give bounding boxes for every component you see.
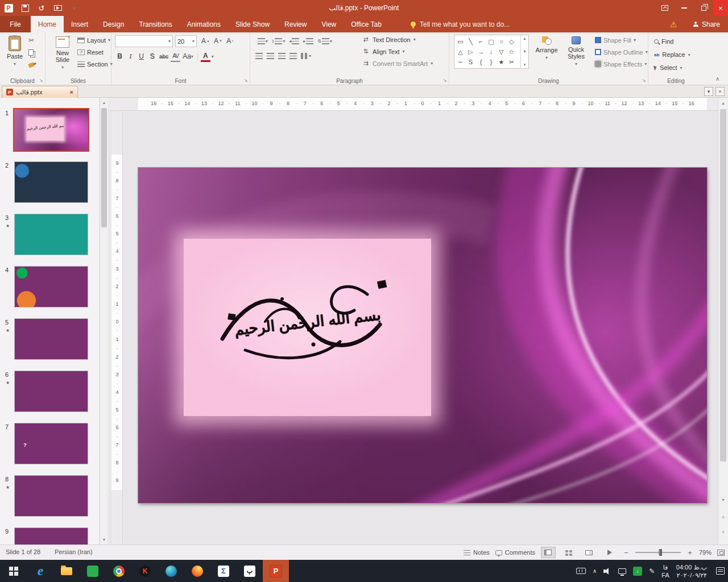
grow-font-button[interactable]: A▲ [200, 35, 211, 47]
shape-icon[interactable]: ✂ [508, 59, 515, 66]
tab-design[interactable]: Design [96, 16, 131, 32]
copy-button[interactable] [28, 48, 40, 57]
font-color-dropdown-icon[interactable]: ▾ [212, 54, 214, 59]
scroll-thumb[interactable] [720, 109, 726, 462]
taskbar-app-chrome[interactable] [106, 560, 132, 582]
underline-button[interactable]: U [136, 51, 146, 62]
animation-star-icon[interactable]: ★ [6, 485, 10, 490]
tab-list-dropdown-button[interactable]: ▾ [704, 87, 713, 96]
shape-icon[interactable]: △ [457, 48, 464, 56]
shape-effects-button[interactable]: Shape Effects▾ [595, 60, 648, 68]
shape-outline-button[interactable]: Shape Outline▾ [595, 48, 648, 56]
slide-sorter-view-button[interactable] [561, 547, 576, 558]
numbering-button[interactable]: 1▾ [271, 36, 286, 46]
animation-star-icon[interactable]: ★ [6, 380, 10, 385]
slide-thumbnail-3[interactable] [14, 214, 88, 255]
language-indicator[interactable]: Persian (Iran) [55, 548, 93, 555]
slide-thumbnail-1[interactable]: بسم الله الرحمن الرحيم [14, 109, 88, 151]
arrange-button[interactable]: Arrange ▾ [533, 35, 560, 76]
shape-icon[interactable]: ▢ [487, 38, 495, 45]
slides-panel-scrollbar[interactable]: ▲ ▼ [100, 98, 108, 544]
tab-file[interactable]: File [0, 16, 31, 32]
slide-editor[interactable]: بسم الله الرحمن الرحيم [138, 168, 707, 503]
text-shadow-button[interactable]: S [147, 51, 157, 62]
bullets-button[interactable]: ·▾ [255, 36, 268, 46]
shape-icon[interactable]: ↓ [487, 48, 495, 55]
downloader-icon[interactable]: ↓ [633, 567, 642, 576]
volume-icon[interactable] [603, 568, 611, 575]
taskbar-app-powerpoint[interactable]: P [263, 560, 289, 582]
shapes-more-icon[interactable]: ▾ [524, 63, 526, 67]
slide-thumbnail-5[interactable] [14, 318, 88, 360]
shapes-scroll-up-icon[interactable]: ▲ [523, 36, 527, 40]
collapse-ribbon-icon[interactable]: ∧ [715, 76, 719, 82]
font-size-select[interactable]: 20▾ [175, 35, 197, 47]
notes-button[interactable]: Notes [464, 549, 490, 556]
ribbon-display-options-button[interactable] [655, 0, 675, 16]
document-tab-close-icon[interactable]: × [70, 89, 73, 95]
new-slide-dropdown-icon[interactable]: ▾ [61, 65, 64, 70]
bold-button[interactable]: B [115, 51, 125, 62]
replace-button[interactable]: abReplace▾ [654, 50, 690, 59]
minimize-button[interactable] [675, 0, 694, 16]
find-button[interactable]: Find [654, 37, 673, 46]
justify-button[interactable] [289, 51, 297, 61]
warning-icon[interactable]: ⚠ [670, 16, 677, 32]
shape-icon[interactable]: ★ [498, 59, 505, 66]
align-left-button[interactable] [255, 51, 263, 61]
taskbar-app-globe-app[interactable] [158, 560, 184, 582]
character-spacing-button[interactable]: AV [171, 51, 180, 62]
font-color-button[interactable]: A [201, 51, 210, 62]
slide-thumbnail-6[interactable] [14, 371, 88, 412]
shape-icon[interactable]: ▽ [498, 48, 505, 56]
shape-icon[interactable]: } [487, 59, 495, 65]
align-text-button[interactable]: ⇅Align Text▾ [362, 47, 433, 56]
shape-icon[interactable]: S [467, 59, 474, 65]
main-scrollbar[interactable]: ▲ ▼ ∧ ∨ [718, 98, 728, 544]
clock[interactable]: 04:00 ب.ظ ۲۰۲۰/۰۹/۲۴ [676, 563, 707, 579]
shape-icon[interactable]: ◇ [508, 38, 515, 45]
scroll-up-icon[interactable]: ▲ [718, 99, 728, 108]
slide-thumbnail-2[interactable] [14, 161, 88, 203]
shrink-font-button[interactable]: A▼ [213, 35, 224, 47]
format-painter-button[interactable] [28, 61, 40, 69]
taskbar-app-file-explorer[interactable] [53, 560, 80, 582]
zoom-out-button[interactable]: − [623, 548, 630, 557]
layout-button[interactable]: Layout▾ [77, 36, 113, 44]
taskbar-app-edge[interactable]: e [27, 560, 53, 582]
align-center-button[interactable] [266, 51, 275, 61]
shape-icon[interactable]: ▭ [457, 38, 464, 45]
tab-insert[interactable]: Insert [64, 16, 96, 32]
close-button[interactable]: × [713, 0, 728, 16]
paste-dropdown-icon[interactable]: ▾ [14, 61, 16, 66]
taskbar-app-persian-app[interactable]: پ [237, 560, 263, 582]
shapes-gallery[interactable]: ▲ ▼ ▾ ▭╲⌐▢○◇△▷→↓▽☆∼S{}★✂ [454, 35, 529, 69]
animation-star-icon[interactable]: ★ [6, 328, 10, 333]
shape-icon[interactable]: ╲ [467, 38, 474, 45]
strikethrough-button[interactable]: abc [158, 51, 169, 62]
bismillah-panel[interactable]: بسم الله الرحمن الرحيم [184, 239, 431, 416]
tab-review[interactable]: Review [277, 16, 314, 32]
new-slide-button[interactable]: New Slide ▾ [49, 35, 76, 76]
section-button[interactable]: Section▾ [77, 60, 113, 68]
shape-icon[interactable]: → [477, 48, 485, 55]
shapes-gallery-scrollbar[interactable]: ▲ ▼ ▾ [520, 35, 528, 68]
chevron-up-icon[interactable]: ∧ [593, 568, 597, 574]
slideshow-view-button[interactable] [602, 547, 617, 558]
action-center-icon[interactable] [716, 567, 725, 575]
shape-icon[interactable]: ○ [498, 38, 505, 45]
taskbar-app-sigma-app[interactable]: Σ [210, 560, 237, 582]
next-slide-button[interactable]: ∨ [718, 527, 728, 537]
text-direction-button[interactable]: ⇄Text Direction▾ [362, 35, 433, 44]
reading-view-button[interactable] [582, 547, 597, 558]
columns-button[interactable]: ▾ [300, 51, 312, 61]
pen-icon[interactable]: ✎ [649, 567, 655, 575]
tell-me-box[interactable]: Tell me what you want to do... [411, 16, 510, 32]
panel-scroll-up-icon[interactable]: ▲ [100, 98, 108, 107]
slide-thumbnail-8[interactable] [14, 475, 88, 517]
normal-view-button[interactable] [541, 547, 556, 558]
drawing-dialog-launcher[interactable]: ↘ [641, 78, 647, 84]
change-case-button[interactable]: Aa▾ [181, 51, 195, 62]
tab-office-tab[interactable]: Office Tab [344, 16, 389, 32]
cut-button[interactable]: ✂ [28, 36, 40, 44]
